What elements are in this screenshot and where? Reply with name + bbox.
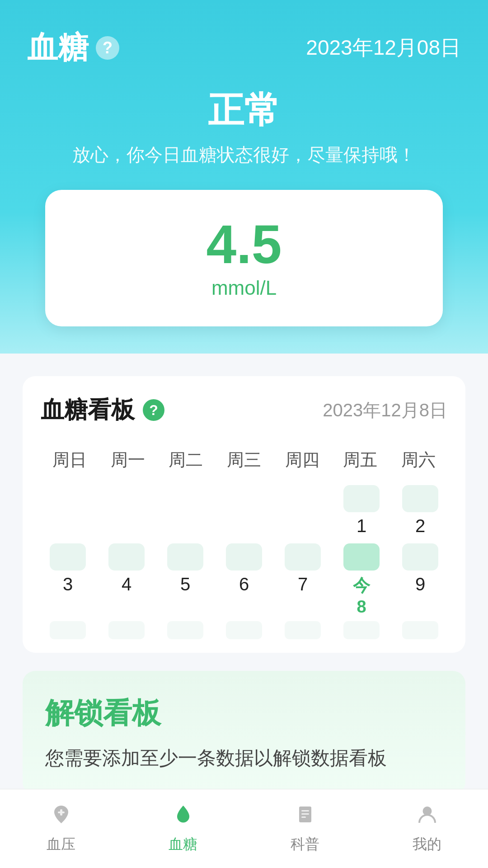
calendar-weekdays: 周日 周一 周二 周三 周四 周五 周六 xyxy=(41,444,447,476)
blood-sugar-icon xyxy=(167,798,199,830)
cell-day-8-today[interactable]: 今8 xyxy=(334,543,389,617)
bottom-nav: 血压 血糖 科普 我的 xyxy=(0,789,488,868)
help-icon[interactable]: ? xyxy=(96,36,119,60)
kanban-title-row: 血糖看板 ? xyxy=(41,394,164,426)
cell-day-1[interactable]: 1 xyxy=(334,485,389,536)
weekday-fri: 周五 xyxy=(331,444,389,476)
unlock-description: 您需要添加至少一条数据以解锁数据看板 xyxy=(45,744,443,772)
cell-empty-3: x xyxy=(158,485,212,536)
profile-icon xyxy=(411,798,443,830)
header: 血糖 ? 2023年12月08日 正常 放心，你今日血糖状态很好，尽量保持哦！ … xyxy=(0,0,488,354)
unlock-section: 解锁看板 您需要添加至少一条数据以解锁数据看板 xyxy=(23,671,465,795)
nav-profile[interactable]: 我的 xyxy=(366,798,488,854)
kanban-section: 血糖看板 ? 2023年12月8日 周日 周一 周二 周三 周四 周五 周六 x xyxy=(23,376,465,653)
calendar-row-1: x x x x x xyxy=(41,485,447,536)
cell-empty-5: x xyxy=(276,485,330,536)
unlock-title: 解锁看板 xyxy=(45,693,443,733)
cell-day-3[interactable]: 3 xyxy=(41,543,95,617)
status-section: 正常 放心，你今日血糖状态很好，尽量保持哦！ xyxy=(27,86,461,167)
weekday-tue: 周二 xyxy=(157,444,215,476)
app-title-row: 血糖 ? xyxy=(27,27,119,68)
app-title: 血糖 xyxy=(27,27,89,68)
blood-sugar-value: 4.5 xyxy=(63,217,425,271)
header-date: 2023年12月08日 xyxy=(306,34,461,62)
cell-empty-4: x xyxy=(217,485,271,536)
svg-rect-3 xyxy=(301,810,309,811)
blood-sugar-card: 4.5 mmol/L xyxy=(45,190,443,326)
kanban-header: 血糖看板 ? 2023年12月8日 xyxy=(41,394,447,426)
blood-sugar-unit: mmol/L xyxy=(63,277,425,299)
science-icon xyxy=(289,798,321,830)
blood-pressure-icon xyxy=(45,798,77,830)
nav-blood-pressure[interactable]: 血压 xyxy=(0,798,122,854)
kanban-title: 血糖看板 xyxy=(41,394,135,426)
cell-empty-1: x xyxy=(41,485,95,536)
value-card-wrapper: 4.5 mmol/L xyxy=(27,190,461,354)
cell-day-2[interactable]: 2 xyxy=(393,485,447,536)
svg-rect-1 xyxy=(60,809,62,816)
weekday-sat: 周六 xyxy=(389,444,447,476)
cell-day-5[interactable]: 5 xyxy=(158,543,212,617)
kanban-help-icon[interactable]: ? xyxy=(143,399,164,421)
weekday-thu: 周四 xyxy=(273,444,331,476)
status-label: 正常 xyxy=(27,86,461,135)
nav-science-label: 科普 xyxy=(291,835,319,854)
cell-day-4[interactable]: 4 xyxy=(99,543,154,617)
status-description: 放心，你今日血糖状态很好，尽量保持哦！ xyxy=(27,142,461,167)
weekday-wed: 周三 xyxy=(215,444,273,476)
calendar-grid: 周日 周一 周二 周三 周四 周五 周六 x x xyxy=(41,444,447,639)
weekday-mon: 周一 xyxy=(99,444,157,476)
cell-day-6[interactable]: 6 xyxy=(217,543,271,617)
nav-science[interactable]: 科普 xyxy=(244,798,366,854)
nav-blood-pressure-label: 血压 xyxy=(47,835,75,854)
svg-rect-5 xyxy=(301,816,306,818)
nav-profile-label: 我的 xyxy=(413,835,441,854)
calendar-row-2: 3 4 5 6 7 xyxy=(41,543,447,617)
svg-rect-4 xyxy=(301,813,309,815)
calendar-row-3-partial xyxy=(41,621,447,639)
cell-day-7[interactable]: 7 xyxy=(276,543,330,617)
nav-blood-sugar[interactable]: 血糖 xyxy=(122,798,244,854)
cell-day-9[interactable]: 9 xyxy=(393,543,447,617)
kanban-date: 2023年12月8日 xyxy=(323,398,447,423)
header-top: 血糖 ? 2023年12月08日 xyxy=(27,27,461,68)
nav-blood-sugar-label: 血糖 xyxy=(169,835,197,854)
cell-empty-2: x xyxy=(99,485,154,536)
weekday-sun: 周日 xyxy=(41,444,99,476)
